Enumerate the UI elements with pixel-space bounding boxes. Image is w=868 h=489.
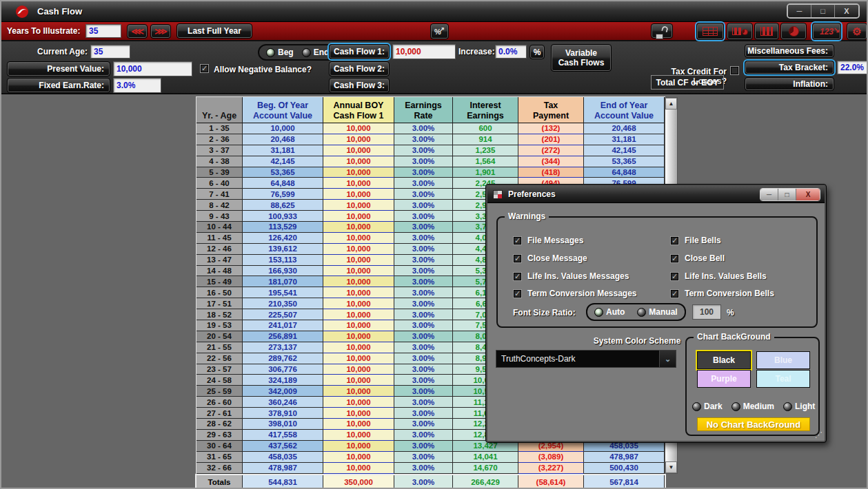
cell-yr-age[interactable]: 32 - 66 [196,463,243,474]
cell-cash-flow-1[interactable]: 10,000 [323,156,394,167]
cell-yr-age[interactable]: 9 - 43 [196,211,243,222]
cell-beg-of-year[interactable]: 417,558 [243,430,323,441]
cell-beg-of-year[interactable]: 398,010 [243,419,323,430]
teal-background-button[interactable]: Teal [756,370,810,388]
cell-yr-age[interactable]: 25 - 59 [196,386,243,397]
cell-yr-age[interactable]: 23 - 57 [196,364,243,375]
cell-tax-payment[interactable]: (272) [518,145,584,156]
end-radio[interactable]: End [302,48,330,57]
inflation-button[interactable]: Inflation: [745,77,834,91]
cell-cash-flow-1[interactable]: 10,000 [323,408,394,419]
medium-shade-radio[interactable]: Medium [731,402,774,411]
cell-earnings-rate[interactable]: 3.00% [394,222,453,233]
cell-interest-earnings[interactable]: 914 [453,134,518,145]
purple-background-button[interactable]: Purple [697,370,751,388]
cell-earnings-rate[interactable]: 3.00% [394,255,453,266]
preferences-maximize-icon[interactable]: □ [778,189,796,200]
cell-cash-flow-1[interactable]: 10,000 [323,463,394,474]
cell-tax-payment[interactable]: (3,089) [518,452,584,463]
cell-earnings-rate[interactable]: 3.00% [394,364,453,375]
cell-beg-of-year[interactable]: 153,113 [243,255,323,266]
font-size-ratio-input[interactable] [692,304,721,320]
cell-end-of-year[interactable]: 478,987 [584,452,665,463]
cell-cash-flow-1[interactable]: 10,000 [323,167,394,178]
cell-interest-earnings[interactable]: 1,564 [453,156,518,167]
dark-shade-radio[interactable]: Dark [692,402,723,411]
cell-yr-age[interactable]: 27 - 61 [196,408,243,419]
cell-beg-of-year[interactable]: 64,848 [243,178,323,189]
cell-yr-age[interactable]: 10 - 44 [196,222,243,233]
cell-earnings-rate[interactable]: 3.00% [394,375,453,386]
cell-earnings-rate[interactable]: 3.00% [394,298,453,309]
cell-earnings-rate[interactable]: 3.00% [394,342,453,353]
cash-flow-3-button[interactable]: Cash Flow 3: [329,78,390,93]
cell-earnings-rate[interactable]: 3.00% [394,430,453,441]
cell-yr-age[interactable]: 15 - 49 [196,276,243,287]
cell-tax-payment[interactable]: (132) [518,123,584,134]
cell-earnings-rate[interactable]: 3.00% [394,156,453,167]
cell-beg-of-year[interactable]: 478,987 [243,463,323,474]
miscellaneous-fees-button[interactable]: Miscellaneous Fees: [745,44,834,58]
cell-cash-flow-1[interactable]: 10,000 [323,211,394,222]
cell-tax-payment[interactable]: (344) [518,156,584,167]
black-background-button[interactable]: Black [697,351,751,369]
tax-credit-checkbox[interactable] [730,66,739,75]
cell-beg-of-year[interactable]: 195,541 [243,287,323,298]
cell-beg-of-year[interactable]: 241,017 [243,320,323,331]
variable-cash-flows-button[interactable]: Variable Cash Flows [551,44,612,72]
cell-beg-of-year[interactable]: 289,762 [243,353,323,364]
cell-beg-of-year[interactable]: 306,776 [243,364,323,375]
settings-button[interactable]: ⚙ [847,23,867,40]
cell-cash-flow-1[interactable]: 10,000 [323,298,394,309]
cell-earnings-rate[interactable]: 3.00% [394,211,453,222]
cell-yr-age[interactable]: 1 - 35 [196,123,243,134]
checked-checkbox-icon[interactable] [670,272,679,281]
file-bells-checkbox-row[interactable]: File Bells [670,236,721,245]
preferences-close-icon[interactable]: X [796,189,820,200]
cell-cash-flow-1[interactable]: 10,000 [323,134,394,145]
cell-yr-age[interactable]: 20 - 54 [196,331,243,342]
cell-yr-age[interactable]: 28 - 62 [196,419,243,430]
cell-earnings-rate[interactable]: 3.00% [394,408,453,419]
cell-cash-flow-1[interactable]: 10,000 [323,309,394,320]
cell-earnings-rate[interactable]: 3.00% [394,200,453,211]
cell-beg-of-year[interactable]: 360,246 [243,397,323,408]
cell-beg-of-year[interactable]: 324,189 [243,375,323,386]
cell-interest-earnings[interactable]: 600 [453,123,518,134]
checked-checkbox-icon[interactable] [513,236,522,245]
cell-yr-age[interactable]: 14 - 48 [196,266,243,277]
checked-checkbox-icon[interactable] [670,236,679,245]
manual-radio[interactable]: Manual [637,307,677,317]
cell-yr-age[interactable]: 29 - 63 [196,430,243,441]
cell-earnings-rate[interactable]: 3.00% [394,397,453,408]
cell-earnings-rate[interactable]: 3.00% [394,266,453,277]
cell-beg-of-year[interactable]: 88,625 [243,200,323,211]
cell-beg-of-year[interactable]: 256,891 [243,331,323,342]
cell-cash-flow-1[interactable]: 10,000 [323,222,394,233]
cell-yr-age[interactable]: 19 - 53 [196,320,243,331]
cell-interest-earnings[interactable]: 13,427 [453,441,518,452]
cell-cash-flow-1[interactable]: 10,000 [323,386,394,397]
cell-cash-flow-1[interactable]: 10,000 [323,178,394,189]
cell-cash-flow-1[interactable]: 10,000 [323,233,394,244]
cell-yr-age[interactable]: 13 - 47 [196,255,243,266]
close-message-checkbox-row[interactable]: Close Message [513,253,587,263]
rank-values-button[interactable]: 123↘ [812,23,841,40]
cell-beg-of-year[interactable]: 100,933 [243,211,323,222]
cell-end-of-year[interactable]: 53,365 [584,156,665,167]
cell-earnings-rate[interactable]: 3.00% [394,386,453,397]
last-full-year-button[interactable]: Last Full Year [176,23,252,39]
close-icon[interactable]: X [835,5,858,17]
blue-background-button[interactable]: Blue [756,351,810,369]
cell-yr-age[interactable]: 17 - 51 [196,298,243,309]
cell-yr-age[interactable]: 4 - 38 [196,156,243,167]
cell-beg-of-year[interactable]: 113,529 [243,222,323,233]
life-ins-messages-checkbox-row[interactable]: Life Ins. Values Messages [513,271,629,281]
light-shade-radio[interactable]: Light [783,402,815,411]
scroll-up-icon[interactable]: ▲ [665,98,677,110]
cell-interest-earnings[interactable]: 14,670 [453,463,518,474]
checked-checkbox-icon[interactable] [670,289,679,298]
cell-yr-age[interactable]: 2 - 36 [196,134,243,145]
cell-cash-flow-1[interactable]: 10,000 [323,375,394,386]
cell-cash-flow-1[interactable]: 10,000 [323,419,394,430]
